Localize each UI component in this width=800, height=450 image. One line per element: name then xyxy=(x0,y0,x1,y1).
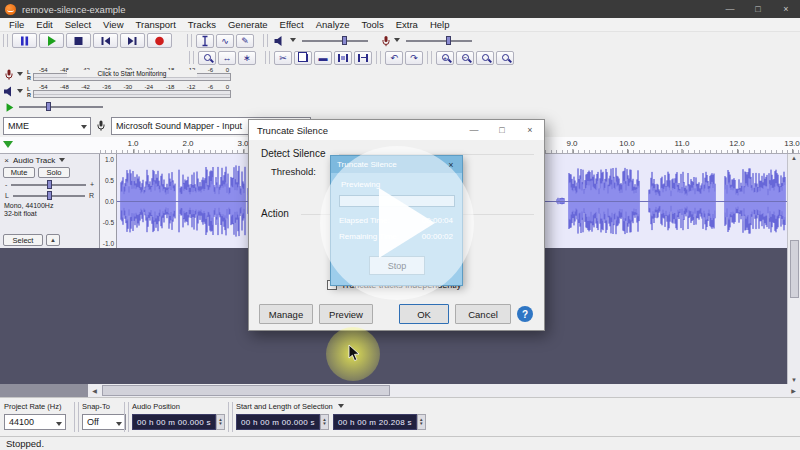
zoom-selection-button[interactable] xyxy=(476,51,494,65)
chevron-down-icon xyxy=(338,404,344,411)
dialog-maximize-button[interactable]: □ xyxy=(488,120,516,140)
menu-tracks[interactable]: Tracks xyxy=(182,19,222,30)
cut-button[interactable]: ✂ xyxy=(274,51,292,65)
toolbar-gripper[interactable] xyxy=(74,402,79,432)
chevron-down-icon xyxy=(290,38,296,45)
play-speed-slider[interactable] xyxy=(19,106,103,108)
project-rate-dropdown[interactable]: 44100 xyxy=(4,414,66,430)
menu-file[interactable]: File xyxy=(3,19,30,30)
ok-button[interactable]: OK xyxy=(399,304,449,324)
silence-audio-button[interactable] xyxy=(354,51,372,65)
toolbar-gripper[interactable] xyxy=(187,34,192,47)
zoom-fit-button[interactable] xyxy=(496,51,514,65)
toolbar-gripper[interactable] xyxy=(427,51,432,64)
zoom-tool-button[interactable] xyxy=(198,51,216,65)
snap-to-dropdown[interactable]: Off xyxy=(82,414,126,430)
monitoring-hint[interactable]: Click to Start Monitoring xyxy=(67,70,197,77)
menu-analyze[interactable]: Analyze xyxy=(310,19,356,30)
copy-button[interactable] xyxy=(294,51,312,65)
playback-volume-slider[interactable] xyxy=(302,40,368,42)
menu-select[interactable]: Select xyxy=(59,19,97,30)
gain-slider[interactable] xyxy=(11,184,86,186)
play-button[interactable] xyxy=(39,33,64,48)
scroll-left-icon[interactable]: ◀ xyxy=(88,384,101,397)
horizontal-scroll-thumb[interactable] xyxy=(102,385,390,396)
preview-button[interactable]: Preview xyxy=(319,304,373,324)
chevron-down-icon xyxy=(17,72,23,79)
menu-generate[interactable]: Generate xyxy=(222,19,274,30)
toolbar-gripper[interactable] xyxy=(263,34,268,47)
selection-mode-dropdown[interactable]: Start and Length of Selection xyxy=(236,402,346,411)
menu-tools[interactable]: Tools xyxy=(356,19,390,30)
track-menu-chevron-icon[interactable] xyxy=(59,158,65,165)
cancel-button[interactable]: Cancel xyxy=(455,304,511,324)
pause-button[interactable] xyxy=(12,33,37,48)
manage-button[interactable]: Manage xyxy=(259,304,313,324)
horizontal-scrollbar[interactable]: ◀ ▶ xyxy=(88,384,800,397)
trim-audio-button[interactable] xyxy=(334,51,352,65)
mute-button[interactable]: Mute xyxy=(3,167,35,178)
maximize-button[interactable]: □ xyxy=(744,0,772,18)
horizontal-scrollbar-row: ◀ ▶ xyxy=(0,384,800,397)
envelope-tool-button[interactable]: ∿ xyxy=(216,34,234,48)
help-button[interactable]: ? xyxy=(517,306,533,322)
recording-volume-slider[interactable] xyxy=(406,40,472,42)
dialog-title-bar[interactable]: Truncate Silence — □ × xyxy=(249,120,544,140)
selection-tool-button[interactable] xyxy=(196,34,214,48)
play-at-speed-button[interactable] xyxy=(4,102,15,113)
detect-silence-heading: Detect Silence xyxy=(261,148,325,159)
scroll-up-icon[interactable]: ▲ xyxy=(791,155,797,161)
scroll-right-icon[interactable]: ▶ xyxy=(787,384,800,397)
close-button[interactable]: × xyxy=(772,0,800,18)
track-select-button[interactable]: Select xyxy=(3,234,43,246)
menu-effect[interactable]: Effect xyxy=(274,19,310,30)
dialog-minimize-button[interactable]: — xyxy=(460,120,488,140)
menu-help[interactable]: Help xyxy=(424,19,456,30)
draw-tool-button[interactable]: ✎ xyxy=(236,34,254,48)
zoom-out-button[interactable]: − xyxy=(456,51,474,65)
recording-meter[interactable]: -54-48-42-36-30-24-18-12-60 Click to Sta… xyxy=(33,67,231,82)
audio-host-dropdown[interactable]: MME xyxy=(3,117,91,135)
record-button[interactable] xyxy=(147,33,172,48)
window-title: remove-silence-example xyxy=(22,4,125,15)
skip-to-end-button[interactable] xyxy=(120,33,145,48)
toolbar-gripper[interactable] xyxy=(376,51,381,64)
track-name[interactable]: Audio Track xyxy=(13,156,55,165)
play-head-marker-icon[interactable] xyxy=(3,141,13,153)
toolbar-gripper[interactable] xyxy=(265,51,270,64)
toolbar-gripper[interactable] xyxy=(189,51,194,64)
multi-tool-button[interactable]: ∗ xyxy=(238,51,256,65)
vertical-scroll-thumb[interactable] xyxy=(790,240,799,298)
minimize-button[interactable]: — xyxy=(716,0,744,18)
paste-button[interactable]: ▬ xyxy=(314,51,332,65)
skip-to-start-button[interactable] xyxy=(93,33,118,48)
playback-meter[interactable]: -54-48-42-36-30-24-18-12-60 xyxy=(33,84,231,99)
pan-slider[interactable] xyxy=(13,195,85,197)
audio-position-field[interactable]: 00 h 00 m 00.000 s ▲▼ xyxy=(132,414,225,430)
dialog-close-button[interactable]: × xyxy=(516,120,544,140)
selection-length-field[interactable]: 00 h 00 m 20.208 s ▲▼ xyxy=(333,414,426,430)
track-collapse-button[interactable]: ▲ xyxy=(46,234,60,246)
menu-extra[interactable]: Extra xyxy=(390,19,424,30)
zoom-in-button[interactable]: + xyxy=(436,51,454,65)
stop-button[interactable] xyxy=(66,33,91,48)
ruler-label: 11.0 xyxy=(675,139,690,148)
selection-start-field[interactable]: 00 h 00 m 00.000 s ▲▼ xyxy=(236,414,329,430)
video-play-overlay-button[interactable] xyxy=(320,146,474,300)
ruler-label: 12.0 xyxy=(729,139,745,148)
timeshift-tool-button[interactable]: ↔ xyxy=(218,51,236,65)
track-close-button[interactable]: × xyxy=(2,156,11,165)
toolbar-gripper[interactable] xyxy=(3,34,8,47)
redo-button[interactable]: ↷ xyxy=(405,51,423,65)
vertical-scale-ruler[interactable]: 1.0 0.5 0.0 -0.5 -1.0 xyxy=(100,154,117,248)
menu-view[interactable]: View xyxy=(97,19,129,30)
solo-button[interactable]: Solo xyxy=(38,167,70,178)
menu-transport[interactable]: Transport xyxy=(130,19,182,30)
toolbar-gripper[interactable] xyxy=(228,402,233,432)
play-triangle-icon xyxy=(379,188,435,258)
toolbar-gripper[interactable] xyxy=(124,402,129,432)
undo-button[interactable]: ↶ xyxy=(385,51,403,65)
menu-edit[interactable]: Edit xyxy=(30,19,58,30)
vertical-scrollbar[interactable]: ▲ ▼ xyxy=(787,154,800,384)
scroll-down-icon[interactable]: ▼ xyxy=(791,377,797,383)
